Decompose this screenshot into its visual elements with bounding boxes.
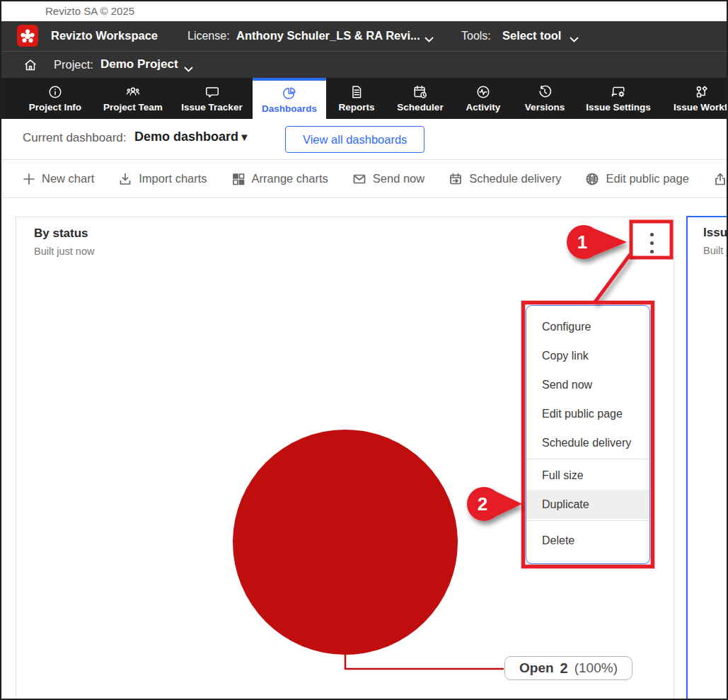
pie-label-count: 2 — [560, 660, 568, 677]
chat-bubble-icon — [204, 84, 220, 100]
tab-dashboards[interactable]: Dashboards — [253, 78, 326, 119]
document-icon — [349, 84, 364, 100]
workflow-icon — [694, 84, 710, 100]
menu-item-configure[interactable]: Configure — [526, 312, 649, 341]
license-label: License: — [187, 30, 230, 42]
pie-slice-open[interactable] — [233, 430, 458, 655]
window-title-strip: Revizto SA © 2025 — [1, 1, 727, 21]
import-charts-button[interactable]: Import charts — [118, 172, 207, 186]
import-icon — [118, 172, 132, 186]
home-icon[interactable] — [23, 57, 38, 76]
schedule-delivery-button[interactable]: Schedule delivery — [449, 172, 561, 186]
chat-gear-icon — [611, 84, 626, 100]
dashboard-selector-bar: Current dashboard: Demo dashboard ▼ View… — [1, 119, 727, 160]
menu-item-duplicate[interactable]: Duplicate — [526, 490, 649, 519]
menu-item-full-size[interactable]: Full size — [526, 461, 649, 490]
tab-activity[interactable]: Activity — [453, 78, 513, 119]
license-chevron-down-icon[interactable] — [424, 33, 434, 45]
view-all-dashboards-button[interactable]: View all dashboards — [285, 126, 424, 153]
chart-card-issues: Issue Built j — [686, 216, 728, 700]
chart-subtitle: Built j — [703, 245, 728, 256]
menu-divider — [526, 520, 649, 521]
export-button[interactable]: Expo — [713, 172, 728, 186]
dashboard-dropdown-arrow[interactable]: ▼ — [239, 131, 250, 143]
plus-icon — [23, 173, 35, 185]
current-dashboard-label: Current dashboard: — [23, 131, 126, 145]
calendar-send-icon — [449, 172, 463, 186]
tools-value[interactable]: Select tool — [502, 29, 561, 42]
menu-divider — [526, 459, 649, 459]
tools-chevron-down-icon[interactable] — [570, 33, 579, 45]
pie-chart-icon — [282, 86, 297, 101]
copyright-text: Revizto SA © 2025 — [45, 5, 134, 17]
new-chart-button[interactable]: New chart — [23, 172, 94, 185]
calendar-clock-icon — [412, 84, 428, 100]
tab-versions[interactable]: Versions — [513, 78, 577, 119]
menu-item-send-now[interactable]: Send now — [526, 370, 649, 399]
chart-menu-kebab-icon[interactable] — [645, 227, 658, 258]
revizto-workspace-window: Revizto SA © 2025 Revizto Workspace Lice… — [0, 0, 728, 700]
pie-data-label: Open 2 (100%) — [504, 656, 632, 680]
menu-item-edit-public-page[interactable]: Edit public page — [526, 399, 649, 428]
tools-label: Tools: — [461, 30, 491, 42]
app-title: Revizto Workspace — [51, 29, 158, 42]
send-now-button[interactable]: Send now — [352, 172, 424, 186]
arrange-charts-button[interactable]: Arrange charts — [231, 172, 328, 186]
tab-issue-workflows[interactable]: Issue Workfl — [660, 78, 728, 119]
tab-scheduler[interactable]: Scheduler — [387, 78, 453, 119]
project-value[interactable]: Demo Project — [100, 57, 178, 71]
pulse-icon — [475, 84, 491, 100]
tab-project-team[interactable]: Project Team — [95, 78, 171, 119]
team-icon — [125, 84, 141, 100]
tab-project-info[interactable]: Project Info — [16, 78, 95, 119]
revizto-logo-icon — [17, 25, 38, 47]
chart-context-menu: Configure Copy link Send now Edit public… — [526, 305, 650, 564]
chart-subtitle: Built just now — [34, 246, 94, 257]
globe-icon — [585, 172, 599, 186]
menu-item-delete[interactable]: Delete — [526, 527, 649, 555]
chart-title: Issue — [703, 226, 728, 240]
menu-item-schedule-delivery[interactable]: Schedule delivery — [526, 428, 649, 457]
envelope-icon — [352, 172, 366, 186]
menu-item-copy-link[interactable]: Copy link — [526, 341, 649, 370]
main-tab-bar: Project Info Project Team Issue Tracker … — [1, 78, 727, 119]
tab-issue-tracker[interactable]: Issue Tracker — [171, 78, 253, 119]
export-icon — [713, 172, 727, 186]
app-header-bar: Revizto Workspace License: Anthony Schul… — [1, 21, 727, 51]
project-label: Project: — [54, 58, 93, 71]
project-chevron-down-icon[interactable] — [184, 62, 193, 75]
pie-label-percent: (100%) — [574, 660, 618, 676]
chart-title: By status — [34, 226, 88, 241]
tab-issue-settings[interactable]: Issue Settings — [577, 78, 660, 119]
tab-reports[interactable]: Reports — [326, 78, 387, 119]
license-value[interactable]: Anthony Schuler_LS & RA Revi... — [236, 29, 420, 42]
edit-public-page-button[interactable]: Edit public page — [585, 172, 688, 186]
history-icon — [537, 84, 553, 100]
current-dashboard-value[interactable]: Demo dashboard — [134, 130, 238, 144]
project-bar: Project: Demo Project — [1, 51, 727, 78]
pie-label-status: Open — [519, 660, 554, 676]
grid-icon — [231, 172, 245, 186]
info-icon — [47, 84, 63, 100]
dashboard-toolbar: New chart Import charts Arrange charts S… — [1, 160, 727, 198]
